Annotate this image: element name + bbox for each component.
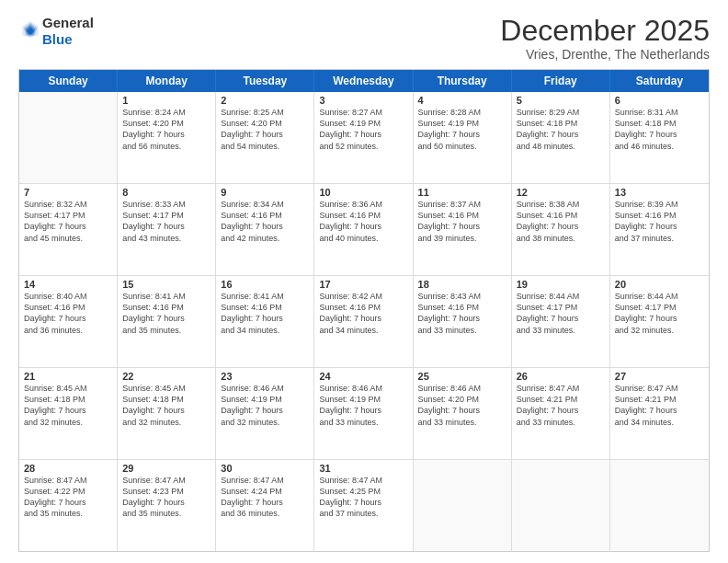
- daylight-text: Daylight: 7 hours: [24, 497, 112, 508]
- sunrise-text: Sunrise: 8:45 AM: [122, 383, 210, 394]
- page: General Blue December 2025 Vries, Drenth…: [0, 0, 728, 563]
- sunset-text: Sunset: 4:16 PM: [418, 302, 506, 313]
- day-number: 23: [221, 371, 309, 382]
- calendar-cell: 3 Sunrise: 8:27 AM Sunset: 4:19 PM Dayli…: [314, 92, 413, 183]
- sunset-text: Sunset: 4:21 PM: [517, 394, 605, 405]
- sunset-text: Sunset: 4:16 PM: [221, 210, 309, 221]
- daylight-minutes-text: and 32 minutes.: [615, 325, 704, 336]
- day-number: 8: [122, 187, 210, 198]
- day-number: 25: [418, 371, 506, 382]
- day-number: 1: [122, 95, 210, 106]
- daylight-text: Daylight: 7 hours: [24, 221, 112, 232]
- sunrise-text: Sunrise: 8:38 AM: [517, 199, 605, 210]
- calendar-row: 1 Sunrise: 8:24 AM Sunset: 4:20 PM Dayli…: [19, 92, 709, 184]
- calendar-cell: 10 Sunrise: 8:36 AM Sunset: 4:16 PM Dayl…: [314, 184, 413, 275]
- logo-icon: [20, 19, 40, 40]
- daylight-minutes-text: and 38 minutes.: [517, 233, 605, 244]
- sunset-text: Sunset: 4:20 PM: [122, 118, 210, 129]
- day-number: 21: [24, 371, 112, 382]
- sunrise-text: Sunrise: 8:42 AM: [319, 291, 407, 302]
- calendar-cell: 23 Sunrise: 8:46 AM Sunset: 4:19 PM Dayl…: [216, 368, 314, 459]
- calendar-cell: 31 Sunrise: 8:47 AM Sunset: 4:25 PM Dayl…: [314, 460, 413, 551]
- sunset-text: Sunset: 4:16 PM: [319, 210, 407, 221]
- daylight-minutes-text: and 56 minutes.: [122, 141, 210, 152]
- day-number: 4: [418, 95, 506, 106]
- daylight-text: Daylight: 7 hours: [122, 497, 210, 508]
- location: Vries, Drenthe, The Netherlands: [500, 47, 710, 62]
- sunrise-text: Sunrise: 8:46 AM: [221, 383, 309, 394]
- day-number: 18: [418, 279, 506, 290]
- day-number: 16: [221, 279, 309, 290]
- day-number: 2: [221, 95, 309, 106]
- daylight-minutes-text: and 33 minutes.: [517, 417, 605, 428]
- calendar: Sunday Monday Tuesday Wednesday Thursday…: [18, 69, 710, 552]
- calendar-cell: 30 Sunrise: 8:47 AM Sunset: 4:24 PM Dayl…: [216, 460, 314, 551]
- calendar-cell: 12 Sunrise: 8:38 AM Sunset: 4:16 PM Dayl…: [512, 184, 610, 275]
- day-number: 17: [319, 279, 407, 290]
- header-wednesday: Wednesday: [314, 70, 413, 92]
- daylight-minutes-text: and 34 minutes.: [221, 325, 309, 336]
- sunset-text: Sunset: 4:20 PM: [418, 394, 506, 405]
- sunrise-text: Sunrise: 8:34 AM: [221, 199, 309, 210]
- sunrise-text: Sunrise: 8:41 AM: [122, 291, 210, 302]
- header-saturday: Saturday: [610, 70, 709, 92]
- day-number: 27: [615, 371, 704, 382]
- calendar-cell: 24 Sunrise: 8:46 AM Sunset: 4:19 PM Dayl…: [314, 368, 413, 459]
- sunrise-text: Sunrise: 8:47 AM: [615, 383, 704, 394]
- calendar-cell: 7 Sunrise: 8:32 AM Sunset: 4:17 PM Dayli…: [19, 184, 118, 275]
- logo: General Blue: [18, 15, 94, 48]
- day-number: 11: [418, 187, 506, 198]
- daylight-minutes-text: and 35 minutes.: [122, 325, 210, 336]
- sunrise-text: Sunrise: 8:43 AM: [418, 291, 506, 302]
- calendar-cell: 15 Sunrise: 8:41 AM Sunset: 4:16 PM Dayl…: [118, 276, 216, 367]
- sunrise-text: Sunrise: 8:41 AM: [221, 291, 309, 302]
- calendar-cell: 21 Sunrise: 8:45 AM Sunset: 4:18 PM Dayl…: [19, 368, 118, 459]
- day-number: 7: [24, 187, 112, 198]
- daylight-text: Daylight: 7 hours: [319, 129, 407, 140]
- title-block: December 2025 Vries, Drenthe, The Nether…: [500, 15, 710, 62]
- calendar-cell: 9 Sunrise: 8:34 AM Sunset: 4:16 PM Dayli…: [216, 184, 314, 275]
- sunrise-text: Sunrise: 8:31 AM: [615, 107, 704, 118]
- logo-general-text: General: [42, 15, 94, 30]
- day-number: 30: [221, 463, 309, 474]
- calendar-cell: [19, 92, 118, 183]
- sunrise-text: Sunrise: 8:46 AM: [319, 383, 407, 394]
- daylight-text: Daylight: 7 hours: [24, 313, 112, 324]
- sunset-text: Sunset: 4:21 PM: [615, 394, 704, 405]
- daylight-minutes-text: and 32 minutes.: [24, 417, 112, 428]
- sunset-text: Sunset: 4:19 PM: [418, 118, 506, 129]
- daylight-text: Daylight: 7 hours: [517, 129, 605, 140]
- sunset-text: Sunset: 4:23 PM: [122, 486, 210, 497]
- month-title: December 2025: [500, 15, 710, 47]
- daylight-minutes-text: and 54 minutes.: [221, 141, 309, 152]
- sunrise-text: Sunrise: 8:28 AM: [418, 107, 506, 118]
- sunset-text: Sunset: 4:16 PM: [615, 210, 704, 221]
- daylight-text: Daylight: 7 hours: [122, 129, 210, 140]
- sunrise-text: Sunrise: 8:47 AM: [221, 475, 309, 486]
- calendar-cell: 6 Sunrise: 8:31 AM Sunset: 4:18 PM Dayli…: [610, 92, 709, 183]
- day-number: 20: [615, 279, 704, 290]
- daylight-text: Daylight: 7 hours: [24, 405, 112, 416]
- sunset-text: Sunset: 4:22 PM: [24, 486, 112, 497]
- sunrise-text: Sunrise: 8:33 AM: [122, 199, 210, 210]
- calendar-row: 21 Sunrise: 8:45 AM Sunset: 4:18 PM Dayl…: [19, 368, 709, 460]
- sunrise-text: Sunrise: 8:45 AM: [24, 383, 112, 394]
- daylight-text: Daylight: 7 hours: [319, 405, 407, 416]
- sunset-text: Sunset: 4:19 PM: [319, 118, 407, 129]
- daylight-text: Daylight: 7 hours: [517, 221, 605, 232]
- sunset-text: Sunset: 4:19 PM: [221, 394, 309, 405]
- daylight-minutes-text: and 33 minutes.: [418, 417, 506, 428]
- daylight-minutes-text: and 52 minutes.: [319, 141, 407, 152]
- daylight-text: Daylight: 7 hours: [319, 221, 407, 232]
- sunset-text: Sunset: 4:24 PM: [221, 486, 309, 497]
- day-number: 6: [615, 95, 704, 106]
- sunset-text: Sunset: 4:18 PM: [615, 118, 704, 129]
- day-number: 10: [319, 187, 407, 198]
- daylight-minutes-text: and 33 minutes.: [418, 325, 506, 336]
- daylight-text: Daylight: 7 hours: [517, 405, 605, 416]
- sunrise-text: Sunrise: 8:47 AM: [517, 383, 605, 394]
- header-thursday: Thursday: [414, 70, 512, 92]
- header-tuesday: Tuesday: [216, 70, 314, 92]
- sunset-text: Sunset: 4:16 PM: [221, 302, 309, 313]
- calendar-cell: 20 Sunrise: 8:44 AM Sunset: 4:17 PM Dayl…: [610, 276, 709, 367]
